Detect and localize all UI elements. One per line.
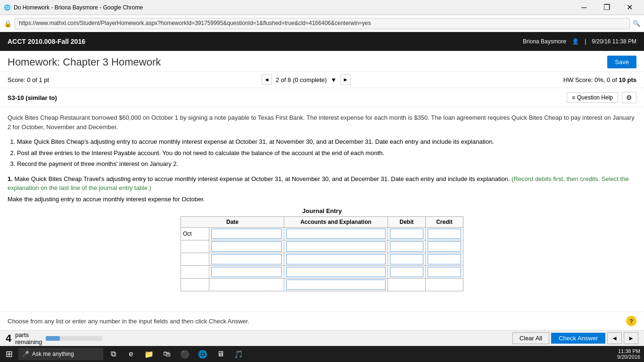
- next-question-button[interactable]: ►: [340, 74, 351, 85]
- question-help-button[interactable]: ≡ Question Help: [567, 92, 618, 103]
- debit-input-2[interactable]: [390, 241, 423, 252]
- user-icon: 👤: [572, 38, 579, 45]
- credit-cell-2[interactable]: [426, 240, 463, 253]
- save-button[interactable]: Save: [607, 56, 636, 68]
- table-row: [181, 278, 463, 291]
- day-cell-3[interactable]: [209, 253, 284, 265]
- debit-cell-5: [388, 278, 426, 291]
- title-bar: 🌐 Do Homework - Briona Baysmore - Google…: [0, 0, 644, 15]
- debit-input-3[interactable]: [390, 254, 423, 264]
- window-title: Do Homework - Briona Baysmore - Google C…: [14, 4, 143, 11]
- account-input-4[interactable]: [286, 267, 386, 277]
- restore-button[interactable]: ❐: [596, 0, 618, 15]
- day-cell-2[interactable]: [209, 240, 284, 253]
- month-cell-3: [181, 253, 209, 265]
- date-header: Date: [181, 216, 284, 227]
- score-label: Score:: [8, 76, 25, 83]
- month-cell-1: Oct: [181, 227, 209, 240]
- page-title: Homework: Chapter 3 Homework: [8, 56, 161, 68]
- table-row: Oct: [181, 227, 463, 240]
- score-nav: ◄ 2 of 8 (0 complete) ▼ ►: [262, 74, 351, 85]
- day-input-1[interactable]: [211, 229, 282, 239]
- dropdown-icon[interactable]: ▼: [330, 76, 337, 83]
- question-help-label: Question Help: [577, 94, 613, 101]
- prev-question-button[interactable]: ◄: [262, 74, 272, 85]
- debit-input-4[interactable]: [390, 267, 423, 277]
- hw-score-label: HW Score: 0%, 0 of: [563, 76, 617, 83]
- url-bar[interactable]: https://www.mathxl.com/Student/PlayerHom…: [15, 18, 630, 29]
- close-button[interactable]: ✕: [619, 0, 640, 15]
- credit-input-3[interactable]: [428, 254, 461, 264]
- account-cell-4[interactable]: [284, 265, 388, 278]
- credit-input-1[interactable]: [428, 229, 461, 239]
- browser-icon: 🌐: [4, 4, 11, 11]
- day-cell-1[interactable]: [209, 227, 284, 240]
- day-input-3[interactable]: [211, 254, 282, 264]
- account-cell-1[interactable]: [284, 227, 388, 240]
- day-cell-4[interactable]: [209, 265, 284, 278]
- divider: |: [585, 38, 586, 45]
- account-cell-3[interactable]: [284, 253, 388, 265]
- table-row: [181, 240, 463, 253]
- lock-icon: 🔒: [4, 20, 12, 27]
- month-cell-4: [181, 265, 209, 278]
- debit-input-1[interactable]: [390, 229, 423, 239]
- address-bar: 🔒 https://www.mathxl.com/Student/PlayerH…: [0, 15, 644, 32]
- app-header: ACCT 2010.008-Fall 2016 Briona Baysmore …: [0, 32, 644, 51]
- hw-score-pts: 10 pts: [619, 76, 636, 83]
- title-bar-left: 🌐 Do Homework - Briona Baysmore - Google…: [4, 4, 143, 11]
- table-row: [181, 253, 463, 265]
- score-value: 0 of 1 pt: [27, 76, 49, 83]
- credit-cell-5: [426, 278, 463, 291]
- account-cell-2[interactable]: [284, 240, 388, 253]
- accounts-header: Accounts and Explanation: [284, 216, 388, 227]
- instruction-1: Make Quick Bites Cheap's adjusting entry…: [17, 137, 636, 147]
- title-bar-controls: ─ ❐ ✕: [573, 0, 640, 15]
- account-cell-5[interactable]: [284, 278, 388, 291]
- credit-cell-4[interactable]: [426, 265, 463, 278]
- settings-button[interactable]: ⚙: [622, 92, 636, 103]
- account-input-2[interactable]: [286, 241, 386, 252]
- part-number: 1.: [8, 175, 13, 182]
- part-instruction: 1. Make Quick Bites Cheap Travel's adjus…: [8, 174, 636, 193]
- user-name: Briona Baysmore: [523, 38, 566, 45]
- hw-score-section: HW Score: 0%, 0 of 10 pts: [563, 76, 636, 83]
- debit-cell-3[interactable]: [388, 253, 426, 265]
- credit-cell-1[interactable]: [426, 227, 463, 240]
- month-cell-5: [181, 278, 209, 291]
- question-position: 2 of 8 (0 complete): [276, 76, 327, 83]
- course-title: ACCT 2010.008-Fall 2016: [8, 38, 85, 45]
- minimize-button[interactable]: ─: [573, 0, 595, 15]
- day-cell-5: [209, 278, 284, 291]
- credit-cell-3[interactable]: [426, 253, 463, 265]
- day-input-2[interactable]: [211, 241, 282, 252]
- debit-cell-4[interactable]: [388, 265, 426, 278]
- journal-section: Journal Entry Date Accounts and Explanat…: [8, 207, 636, 291]
- score-bar: Score: 0 of 1 pt ◄ 2 of 8 (0 complete) ▼…: [0, 72, 644, 88]
- instructions: Make Quick Bites Cheap's adjusting entry…: [8, 137, 636, 169]
- app-header-right: Briona Baysmore 👤 | 9/20/16 11:38 PM: [523, 38, 636, 45]
- journal-table: Date Accounts and Explanation Debit Cred…: [181, 216, 463, 291]
- part-text: Make Quick Bites Cheap Travel's adjustin…: [14, 175, 510, 182]
- search-icon[interactable]: 🔍: [633, 20, 640, 27]
- journal-title: Journal Entry: [8, 207, 636, 214]
- month-cell-2: [181, 240, 209, 253]
- debit-cell-1[interactable]: [388, 227, 426, 240]
- credit-input-2[interactable]: [428, 241, 461, 252]
- day-input-4[interactable]: [211, 267, 282, 277]
- instruction-2: Post all three entries to the Interest P…: [17, 148, 636, 158]
- debit-header: Debit: [388, 216, 426, 227]
- debit-cell-2[interactable]: [388, 240, 426, 253]
- account-input-5[interactable]: [286, 280, 386, 290]
- credit-input-4[interactable]: [428, 267, 461, 277]
- problem-text: Quick Bites Cheap Restaurant borrowed $6…: [8, 113, 636, 132]
- credit-header: Credit: [426, 216, 463, 227]
- question-header: S3-10 (similar to) ≡ Question Help ⚙: [0, 88, 644, 107]
- question-id: S3-10 (similar to): [8, 94, 57, 101]
- sub-instruction: Make the adjusting entry to accrue month…: [8, 196, 636, 203]
- account-input-1[interactable]: [286, 229, 386, 239]
- account-input-3[interactable]: [286, 254, 386, 264]
- main-content: Quick Bites Cheap Restaurant borrowed $6…: [0, 107, 644, 302]
- table-header-row: Date Accounts and Explanation Debit Cred…: [181, 216, 463, 227]
- page-header: Homework: Chapter 3 Homework Save: [0, 51, 644, 72]
